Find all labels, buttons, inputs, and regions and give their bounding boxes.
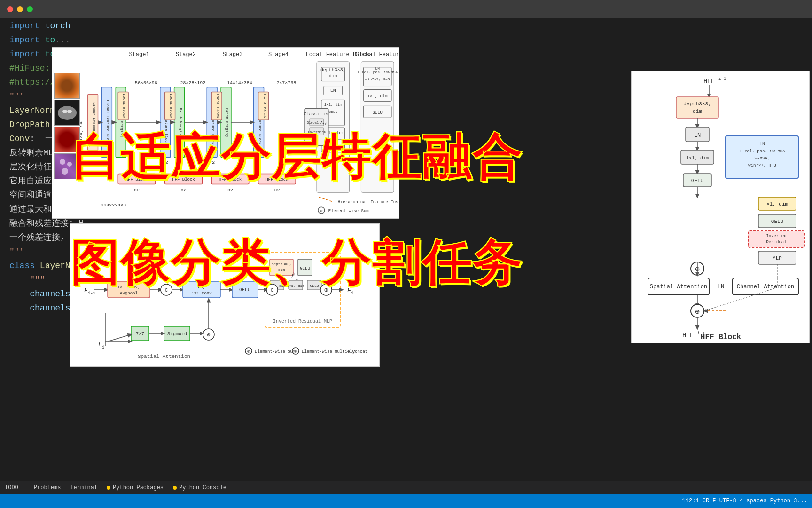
svg-text:Sigmoid: Sigmoid: [167, 332, 187, 337]
svg-text:MLP: MLP: [773, 255, 782, 261]
svg-text:GELU: GELU: [691, 178, 703, 183]
svg-text:⊗: ⊗: [294, 349, 297, 354]
svg-point-93: [62, 110, 67, 113]
tab-terminal[interactable]: Terminal: [70, 484, 97, 491]
svg-text:LN: LN: [694, 132, 701, 139]
svg-text:GELU: GELU: [372, 111, 382, 115]
problems-dot: [28, 486, 31, 490]
svg-text:Stage4: Stage4: [268, 51, 289, 58]
svg-text:Stage2: Stage2: [176, 51, 196, 58]
svg-text:depth3×3,: depth3×3,: [683, 101, 711, 107]
svg-text:LN: LN: [375, 66, 380, 71]
svg-text:+ rel. pos. SW-MSA: + rel. pos. SW-MSA: [739, 149, 785, 154]
svg-text:W-MSA,: W-MSA,: [755, 156, 770, 161]
status-position: 112:1 CRLF UTF-8 4 spaces Python 3...: [682, 498, 807, 504]
medical-image-ct: [54, 100, 80, 126]
tab-python-packages-label: Python Packages: [113, 484, 164, 491]
svg-text:Stage1: Stage1: [129, 51, 149, 58]
svg-text:GELU: GELU: [771, 219, 783, 224]
python-packages-dot: [107, 486, 110, 490]
svg-text:depth3×3,: depth3×3,: [320, 67, 346, 72]
svg-text:L: L: [98, 341, 102, 348]
svg-text:Inverted: Inverted: [766, 234, 786, 238]
svg-text:LN: LN: [330, 88, 336, 93]
svg-text:⊕: ⊕: [320, 209, 322, 214]
svg-text:i: i: [102, 345, 104, 350]
maximize-button[interactable]: [27, 6, 33, 12]
svg-text:1×1, dim: 1×1, dim: [367, 94, 388, 99]
svg-text:Spatial Attention: Spatial Attention: [650, 284, 707, 290]
svg-text:win7×7, H=3: win7×7, H=3: [748, 163, 776, 168]
minimize-button[interactable]: [17, 6, 23, 12]
svg-text:Residual: Residual: [766, 240, 786, 245]
svg-text:dim: dim: [329, 73, 337, 79]
svg-text:Local Block: Local Block: [122, 94, 126, 119]
svg-point-95: [60, 159, 65, 165]
svg-text:HFF: HFF: [682, 332, 693, 339]
svg-text:⊕: ⊕: [247, 349, 250, 354]
svg-text:⊕: ⊕: [695, 308, 700, 317]
right-hff-diagram: HFF i-1 depth3×3, dim LN LN + rel. pos. …: [631, 71, 810, 343]
svg-text:Stage3: Stage3: [222, 51, 242, 58]
svg-text:⊙ Concat: ⊙ Concat: [347, 349, 367, 354]
svg-text:GELU: GELU: [328, 110, 337, 114]
svg-line-148: [108, 334, 131, 341]
svg-text:Classifier: Classifier: [304, 112, 329, 117]
svg-text:Element-wise Sum: Element-wise Sum: [255, 349, 295, 354]
svg-text:7×7: 7×7: [136, 332, 144, 337]
svg-text:Global Feature Block: Global Feature Block: [356, 51, 399, 58]
svg-text:224×224×3: 224×224×3: [101, 203, 126, 208]
svg-text:14×14×384: 14×14×384: [227, 80, 252, 86]
svg-text:Inverted Residual MLP: Inverted Residual MLP: [273, 319, 332, 324]
svg-text:⊗: ⊗: [207, 332, 210, 339]
tab-problems-label: Problems: [34, 484, 61, 491]
svg-text:Spatial Attention: Spatial Attention: [138, 354, 190, 359]
svg-text:1×1, dim: 1×1, dim: [324, 103, 342, 107]
medical-image-skin: [54, 73, 80, 99]
status-right: 112:1 CRLF UTF-8 4 spaces Python 3...: [682, 498, 807, 504]
tab-todo[interactable]: TODO: [5, 484, 18, 491]
status-bar: 112:1 CRLF UTF-8 4 spaces Python 3...: [0, 494, 812, 508]
svg-text:HFF Block: HFF Block: [701, 333, 742, 341]
svg-text:7×7×768: 7×7×768: [276, 80, 296, 86]
window-controls[interactable]: [7, 6, 33, 12]
svg-text:28×28×192: 28×28×192: [180, 80, 206, 86]
svg-point-97: [62, 168, 68, 175]
svg-rect-164: [676, 97, 718, 118]
svg-text:Element-wise Sum: Element-wise Sum: [328, 209, 369, 214]
python-console-dot: [173, 486, 177, 490]
title-overlay-2: 图像分类、分割任务: [70, 230, 522, 297]
tab-python-packages[interactable]: Python Packages: [107, 484, 164, 491]
tab-terminal-label: Terminal: [70, 484, 97, 491]
svg-text:×1, dim: ×1, dim: [766, 201, 789, 207]
svg-text:Local Block: Local Block: [169, 94, 173, 119]
tab-todo-label: TODO: [5, 484, 18, 491]
svg-text:Local Block: Local Block: [263, 94, 267, 119]
svg-text:Local Block: Local Block: [216, 94, 220, 119]
tabs-bar: TODO Problems Terminal Python Packages P…: [0, 481, 812, 494]
svg-text:Global Avg: Global Avg: [307, 121, 327, 125]
svg-point-94: [67, 110, 72, 113]
svg-text:i-1: i-1: [718, 77, 726, 81]
svg-text:win7×7, H=3: win7×7, H=3: [365, 77, 390, 81]
svg-point-92: [58, 106, 77, 120]
svg-text:LN: LN: [718, 284, 724, 290]
tab-problems[interactable]: Problems: [28, 484, 61, 491]
title-bar: [0, 0, 812, 18]
svg-text:HFF: HFF: [703, 78, 714, 85]
svg-text:dim: dim: [693, 109, 702, 114]
tab-python-console[interactable]: Python Console: [173, 484, 226, 491]
svg-text:56×56×96: 56×56×96: [135, 80, 157, 86]
svg-text:Hierarchical Feature Fusion Pa: Hierarchical Feature Fusion Path: [338, 200, 399, 205]
svg-line-76: [319, 197, 333, 202]
title-overlay-1: 自适应分层特征融合: [70, 125, 522, 191]
tab-python-console-label: Python Console: [179, 484, 226, 491]
svg-text:1x1, dim: 1x1, dim: [686, 156, 709, 161]
svg-text:LN: LN: [759, 142, 765, 147]
close-button[interactable]: [7, 6, 13, 12]
svg-text:Channel Attention: Channel Attention: [737, 284, 794, 290]
